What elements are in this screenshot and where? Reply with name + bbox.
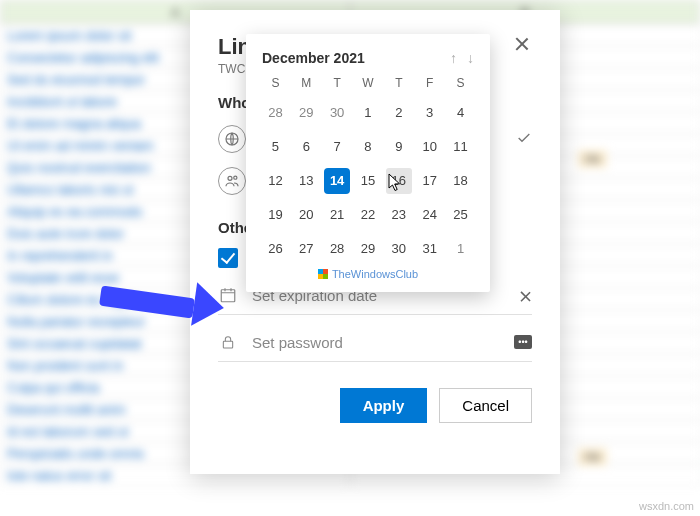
windows-logo-icon: [318, 269, 328, 279]
calendar-day[interactable]: 26: [262, 236, 288, 262]
calendar-day[interactable]: 25: [448, 202, 474, 228]
calendar-day[interactable]: 12: [262, 168, 288, 194]
calendar-day[interactable]: 10: [417, 134, 443, 160]
calendar-day[interactable]: 1: [355, 100, 381, 126]
calendar-day[interactable]: 4: [448, 100, 474, 126]
calendar-day[interactable]: 30: [386, 236, 412, 262]
calendar-day[interactable]: 1: [448, 236, 474, 262]
password-generate-icon[interactable]: •••: [514, 335, 532, 349]
clear-expiration-icon[interactable]: [518, 289, 531, 302]
calendar-day[interactable]: 20: [293, 202, 319, 228]
cancel-button[interactable]: Cancel: [439, 388, 532, 423]
calendar-day[interactable]: 31: [417, 236, 443, 262]
calendar-next-icon[interactable]: ↓: [467, 50, 474, 66]
calendar-day[interactable]: 5: [262, 134, 288, 160]
calendar-day[interactable]: 8: [355, 134, 381, 160]
calendar-day[interactable]: 28: [262, 100, 288, 126]
calendar-dow: F: [414, 76, 445, 90]
apply-button[interactable]: Apply: [340, 388, 428, 423]
close-icon[interactable]: [512, 34, 532, 54]
image-credit: wsxdn.com: [639, 500, 694, 512]
calendar-day[interactable]: 19: [262, 202, 288, 228]
people-icon: [218, 167, 246, 195]
calendar-day[interactable]: 17: [417, 168, 443, 194]
lock-icon: [218, 333, 238, 351]
watermark: TheWindowsClub: [260, 262, 476, 288]
check-icon: [516, 130, 532, 149]
calendar-day[interactable]: 7: [324, 134, 350, 160]
calendar-day[interactable]: 6: [293, 134, 319, 160]
calendar-prev-icon[interactable]: ↑: [450, 50, 457, 66]
calendar-day[interactable]: 9: [386, 134, 412, 160]
calendar-day[interactable]: 23: [386, 202, 412, 228]
calendar-dow: T: [383, 76, 414, 90]
calendar-day[interactable]: 18: [448, 168, 474, 194]
calendar-popover: December 2021 ↑ ↓ SMTWTFS282930123456789…: [246, 34, 490, 292]
calendar-day[interactable]: 16: [386, 168, 412, 194]
calendar-day[interactable]: 28: [324, 236, 350, 262]
globe-icon: [218, 125, 246, 153]
badge: rite: [578, 448, 607, 466]
calendar-dow: S: [260, 76, 291, 90]
calendar-day-selected[interactable]: 14: [324, 168, 350, 194]
calendar-day[interactable]: 24: [417, 202, 443, 228]
calendar-month-label[interactable]: December 2021: [262, 50, 365, 66]
calendar-day[interactable]: 30: [324, 100, 350, 126]
calendar-day[interactable]: 11: [448, 134, 474, 160]
calendar-day[interactable]: 29: [355, 236, 381, 262]
password-placeholder: Set password: [252, 334, 343, 351]
calendar-day[interactable]: 13: [293, 168, 319, 194]
calendar-day[interactable]: 3: [417, 100, 443, 126]
svg-rect-3: [221, 290, 235, 302]
svg-point-1: [228, 176, 232, 180]
password-field[interactable]: Set password •••: [218, 323, 532, 362]
checkbox-checked-icon[interactable]: [218, 248, 238, 268]
calendar-day[interactable]: 15: [355, 168, 381, 194]
calendar-day[interactable]: 21: [324, 202, 350, 228]
svg-rect-4: [223, 341, 232, 348]
calendar-dow: W: [353, 76, 384, 90]
calendar-day[interactable]: 2: [386, 100, 412, 126]
calendar-dow: M: [291, 76, 322, 90]
calendar-day[interactable]: 27: [293, 236, 319, 262]
badge: rite: [578, 150, 607, 168]
svg-point-2: [234, 176, 237, 179]
calendar-day[interactable]: 29: [293, 100, 319, 126]
calendar-icon: [218, 286, 238, 304]
calendar-dow: T: [322, 76, 353, 90]
calendar-dow: S: [445, 76, 476, 90]
calendar-day[interactable]: 22: [355, 202, 381, 228]
